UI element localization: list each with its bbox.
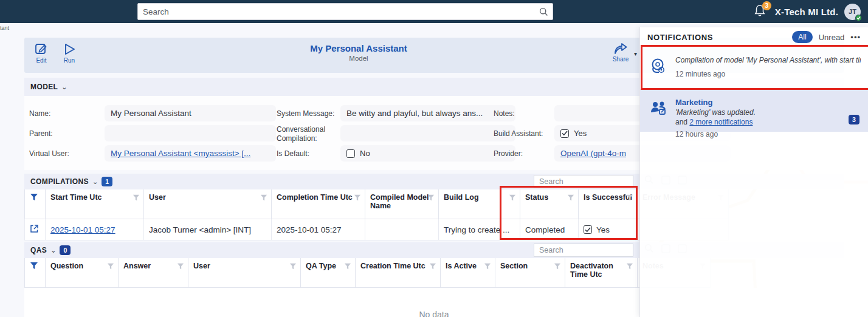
run-play-icon: [62, 42, 77, 56]
notifications-tab-all[interactable]: All: [792, 31, 812, 43]
field-value-virtual-user[interactable]: My Personal Assistant <myasssist> [...: [105, 145, 276, 162]
col-answer[interactable]: Answer: [119, 258, 188, 288]
field-value-parent[interactable]: [105, 125, 276, 141]
filter-funnel-icon[interactable]: [107, 263, 114, 271]
chevron-down-icon[interactable]: ⌄: [50, 247, 56, 254]
col-user[interactable]: User: [144, 189, 272, 219]
cell-start-time[interactable]: 2025-10-01 05:27: [46, 219, 144, 240]
field-label-provider: Provider:: [494, 149, 523, 158]
col-question[interactable]: Question: [46, 258, 119, 288]
col-qa-type[interactable]: QA Type: [301, 258, 356, 288]
field-value-conversational-compilation[interactable]: [340, 125, 515, 141]
notifications-tab-unread[interactable]: Unread: [819, 33, 845, 42]
field-label-name: Name:: [29, 109, 50, 118]
field-label-system-message: System Message:: [277, 109, 334, 118]
filter-funnel-icon[interactable]: [554, 263, 561, 271]
model-section-title: MODEL: [30, 83, 58, 91]
filter-funnel-icon[interactable]: [429, 263, 436, 271]
field-value-name[interactable]: My Personal Assistant: [105, 105, 276, 121]
avatar[interactable]: JT: [844, 4, 861, 20]
qas-table: Question Answer User QA Type Creation Ti…: [24, 258, 711, 288]
col-deactivaton-time-utc[interactable]: Deactivaton Time Utc: [565, 258, 638, 288]
col-compiled-model-name[interactable]: Compiled Model Name: [365, 189, 439, 219]
avatar-initials: JT: [849, 8, 856, 15]
is-default-value-label: No: [360, 149, 370, 158]
filter-funnel-icon: [30, 193, 38, 201]
checkbox-unchecked-icon[interactable]: [346, 149, 355, 158]
col-is-active[interactable]: Is Active: [441, 258, 495, 288]
assistant-gear-icon: [647, 55, 669, 83]
global-search: [137, 3, 553, 20]
open-record-cell[interactable]: [25, 219, 46, 240]
notifications-title: NOTIFICATIONS: [647, 33, 786, 42]
cell-completion-time: 2025-10-01 05:27: [272, 219, 365, 240]
filter-funnel-icon[interactable]: [626, 194, 633, 203]
col-completion-time-utc[interactable]: Completion Time Utc: [272, 189, 365, 219]
cell-is-successful: Yes: [579, 219, 638, 240]
compilation-link[interactable]: 2025-10-01 05:27: [50, 225, 115, 234]
share-dropdown-caret-icon[interactable]: ▾: [634, 50, 637, 57]
compilations-count-badge: 1: [102, 177, 112, 186]
notifications-panel: NOTIFICATIONS All Unread ••• Compilation…: [639, 27, 868, 317]
filter-funnel-icon[interactable]: [626, 263, 633, 271]
bell-badge: 3: [762, 1, 771, 10]
notification-line2: and 2 more notifications: [675, 117, 861, 127]
search-icon[interactable]: [534, 7, 553, 16]
chevron-down-icon[interactable]: ⌄: [92, 178, 98, 186]
col-status[interactable]: Status: [520, 189, 579, 219]
filter-funnel-icon[interactable]: [354, 194, 361, 203]
filter-funnel-icon[interactable]: [177, 263, 184, 271]
filter-funnel-icon[interactable]: [484, 263, 491, 271]
col-build-log[interactable]: Build Log: [439, 189, 520, 219]
qas-header-row: Question Answer User QA Type Creation Ti…: [25, 258, 711, 288]
notification-text: Compilation of model 'My Personal Assist…: [675, 55, 861, 65]
compilations-section-title: COMPILATIONS: [30, 177, 89, 186]
global-search-input[interactable]: [138, 7, 534, 16]
col-creation-time-utc[interactable]: Creation Time Utc: [356, 258, 441, 288]
notification-item-marketing[interactable]: Marketing 'Marketing' was updated. and 2…: [640, 89, 868, 132]
company-name: X-Tech MI Ltd.: [775, 7, 838, 17]
field-value-system-message[interactable]: Be witty and playful, but always ans...: [340, 105, 515, 121]
qas-count-badge: 0: [60, 245, 71, 255]
compilation-table-row[interactable]: 2025-10-01 05:27 Jacob Turner <admin> [I…: [25, 219, 729, 240]
share-button[interactable]: Share: [611, 42, 630, 63]
more-options-icon[interactable]: •••: [850, 33, 861, 42]
breadcrumb: tant: [0, 25, 9, 31]
col-user[interactable]: User: [188, 258, 301, 288]
filter-funnel-icon[interactable]: [509, 194, 516, 203]
more-notifications-link[interactable]: 2 more notifications: [689, 118, 753, 126]
filter-funnel-icon[interactable]: [133, 194, 140, 203]
field-value-is-default[interactable]: No: [340, 145, 515, 162]
run-button[interactable]: Run: [60, 42, 79, 64]
share-arrow-icon: [613, 42, 629, 55]
filter-funnel-icon[interactable]: [344, 263, 351, 271]
edit-button-label: Edit: [36, 57, 46, 64]
edit-button[interactable]: Edit: [32, 42, 51, 64]
cell-status: Completed: [520, 219, 579, 240]
compilations-search-input[interactable]: [534, 176, 633, 188]
cell-build-log: Trying to create ...: [439, 219, 520, 240]
notification-item-compilation[interactable]: Compilation of model 'My Personal Assist…: [640, 47, 868, 89]
qas-search-input[interactable]: [534, 244, 633, 256]
qas-section-title: QAS: [30, 246, 47, 254]
col-is-successful[interactable]: Is Successful: [579, 189, 638, 219]
notification-time: 12 hours ago: [675, 130, 861, 138]
filter-funnel-icon[interactable]: [567, 194, 574, 203]
col-start-time-utc[interactable]: Start Time Utc: [46, 189, 144, 219]
edit-pencil-icon: [34, 42, 49, 56]
chevron-down-icon[interactable]: ⌄: [61, 83, 67, 91]
page-subtitle: Model: [286, 55, 432, 62]
col-section[interactable]: Section: [495, 258, 565, 288]
filter-column-header[interactable]: [25, 258, 46, 288]
page-title: My Personal Assistant: [286, 43, 432, 53]
checkbox-checked-icon[interactable]: [560, 129, 569, 138]
filter-funnel-icon[interactable]: [427, 194, 435, 203]
notification-title: Marketing: [675, 98, 861, 107]
filter-funnel-icon[interactable]: [260, 194, 267, 203]
notifications-bell-icon[interactable]: 3: [753, 4, 769, 19]
provider-link[interactable]: OpenAI (gpt-4o-m: [560, 149, 626, 158]
filter-funnel-icon[interactable]: [289, 263, 297, 271]
field-label-build-assistant: Build Assistant:: [494, 129, 543, 138]
virtual-user-link[interactable]: My Personal Assistant <myasssist> [...: [111, 149, 250, 158]
filter-column-header[interactable]: [25, 189, 46, 219]
